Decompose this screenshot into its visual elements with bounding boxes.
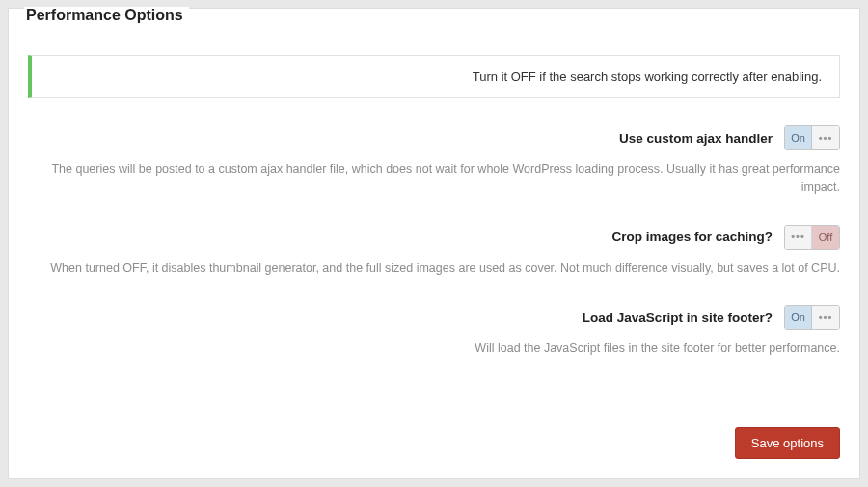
- option-label-crop: Crop images for caching?: [611, 230, 773, 244]
- option-js-footer: Load JavaScript in site footer? On ••• W…: [28, 305, 840, 358]
- toggle-crop-images[interactable]: ••• Off: [784, 225, 840, 250]
- option-label-footer: Load JavaScript in site footer?: [583, 311, 773, 325]
- toggle-js-footer[interactable]: On •••: [784, 305, 840, 330]
- option-label-ajax: Use custom ajax handler: [619, 131, 773, 146]
- option-desc-crop: When turned OFF, it disables thumbnail g…: [28, 259, 840, 278]
- save-button[interactable]: Save options: [735, 427, 840, 459]
- toggle-ajax-handler[interactable]: On •••: [784, 125, 840, 150]
- warning-notice: Turn it OFF if the search stops working …: [28, 55, 840, 98]
- save-row: Save options: [735, 427, 840, 459]
- option-crop-images: Crop images for caching? ••• Off When tu…: [28, 225, 840, 278]
- toggle-off-label: Off: [812, 226, 839, 249]
- panel-title: Performance Options: [24, 7, 189, 24]
- dots-icon: •••: [812, 306, 839, 329]
- performance-options-panel: Performance Options Turn it OFF if the s…: [8, 8, 860, 479]
- option-desc-ajax: The queries will be posted to a custom a…: [28, 160, 840, 198]
- toggle-on-label: On: [785, 306, 812, 329]
- option-ajax-handler: Use custom ajax handler On ••• The queri…: [28, 125, 840, 198]
- option-desc-footer: Will load the JavaScript files in the si…: [28, 339, 840, 358]
- dots-icon: •••: [785, 226, 812, 249]
- toggle-on-label: On: [785, 126, 812, 149]
- dots-icon: •••: [812, 126, 839, 149]
